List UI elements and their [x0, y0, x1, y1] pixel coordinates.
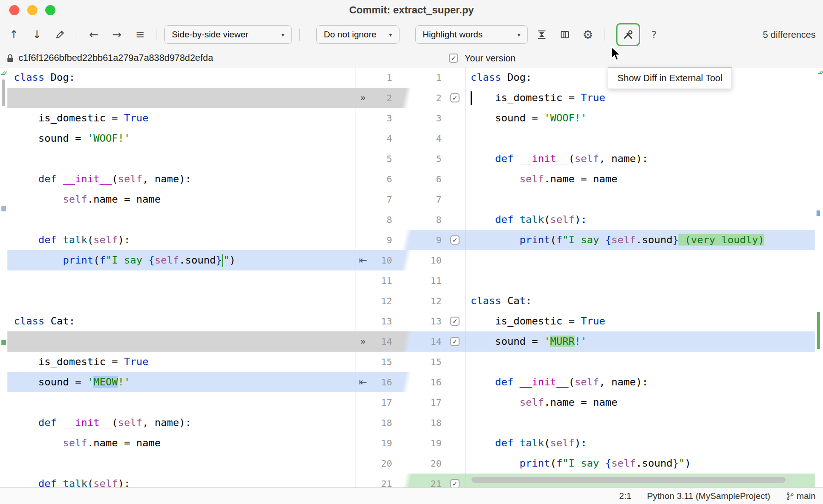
gutter-row: 1515 [356, 352, 466, 372]
chunk-include-checkbox[interactable]: ✓ [450, 235, 460, 245]
your-version-checkbox[interactable]: ✓ [449, 54, 458, 63]
mouse-cursor [609, 46, 623, 65]
code-line[interactable]: self.name = name [7, 433, 356, 453]
code-line[interactable]: def talk(self): [7, 230, 356, 250]
edit-source-button[interactable] [51, 25, 69, 44]
horizontal-scrollbar-thumb[interactable] [472, 477, 786, 483]
gutter-row: 1111 [356, 270, 466, 291]
code-line[interactable]: def __init__(self, name): [7, 413, 356, 433]
line-number-right: 10 [418, 250, 444, 270]
code-line[interactable]: class Cat: [466, 291, 815, 311]
code-line[interactable] [7, 291, 356, 311]
code-line[interactable] [466, 189, 815, 210]
code-line[interactable] [7, 210, 356, 230]
code-line[interactable]: def talk(self): [7, 474, 356, 487]
line-number-right: 4 [418, 128, 444, 149]
code-line[interactable]: self.name = name [7, 189, 356, 210]
code-line[interactable] [7, 392, 356, 413]
revert-chunk-icon[interactable]: ⇤ [356, 250, 370, 270]
previous-difference-button[interactable]: ↑ [5, 25, 23, 44]
code-line[interactable]: sound = 'MURR!' [466, 331, 815, 352]
forward-button[interactable]: → [108, 25, 126, 44]
code-line[interactable]: print(f"I say {self.sound} (very loudly) [466, 230, 815, 250]
code-line[interactable] [7, 270, 356, 291]
code-line[interactable]: is_domestic = True [466, 88, 815, 108]
left-pane-code: class Dog: is_domestic = True sound = 'W… [7, 67, 356, 487]
code-line[interactable]: class Cat: [7, 311, 356, 331]
code-line[interactable] [7, 453, 356, 474]
left-pane: class Dog: is_domestic = True sound = 'W… [7, 67, 356, 487]
chunk-include-checkbox[interactable]: ✓ [450, 479, 460, 487]
right-pane: class Dog: is_domestic = True sound = 'W… [466, 67, 815, 487]
gutter-icon-slot [356, 270, 370, 291]
next-difference-button[interactable]: ↓ [28, 25, 46, 44]
gutter-row: 88 [356, 210, 466, 230]
show-diff-in-external-tool-button[interactable] [616, 23, 640, 46]
code-line[interactable]: def talk(self): [466, 433, 815, 453]
code-line[interactable]: is_domestic = True [7, 108, 356, 128]
changes-list-button[interactable]: ≡ [131, 25, 149, 44]
gutter-icon-slot [356, 291, 370, 311]
code-line[interactable] [466, 352, 815, 372]
line-number-right: 11 [418, 270, 444, 291]
code-line[interactable]: sound = 'WOOF!' [466, 108, 815, 128]
code-line[interactable]: self.name = name [466, 392, 815, 413]
code-line[interactable]: class Dog: [7, 67, 356, 88]
gutter-row: 2020 [356, 453, 466, 474]
line-number-left: 1 [370, 67, 395, 88]
chunk-checkbox-cell [444, 352, 466, 372]
code-line[interactable]: self.name = name [466, 169, 815, 189]
revert-chunk-icon[interactable]: ⇤ [356, 372, 370, 392]
code-line[interactable]: def __init__(self, name): [466, 149, 815, 169]
line-number-left: 9 [370, 230, 395, 250]
code-line[interactable] [466, 413, 815, 433]
line-number-left: 2 [370, 88, 395, 108]
chunk-include-checkbox[interactable]: ✓ [450, 317, 460, 326]
back-button[interactable]: ← [85, 25, 103, 44]
code-line[interactable]: is_domestic = True [466, 311, 815, 331]
left-vertical-scrollbar-thumb[interactable] [2, 79, 5, 106]
code-line[interactable]: print(f"I say {self.sound}") [466, 453, 815, 474]
chunk-include-checkbox[interactable]: ✓ [450, 337, 460, 346]
code-line[interactable]: def talk(self): [466, 210, 815, 230]
chunk-checkbox-cell [444, 270, 466, 291]
line-number-right: 3 [418, 108, 444, 128]
whitespace-policy-dropdown[interactable]: Do not ignore ▾ [316, 25, 399, 44]
code-line[interactable] [466, 270, 815, 291]
code-line[interactable]: def __init__(self, name): [466, 372, 815, 392]
collapse-unchanged-button[interactable] [533, 25, 551, 44]
check-icon: ✓ [451, 54, 456, 62]
chunk-checkbox-cell [444, 453, 466, 474]
change-marker[interactable] [1, 206, 6, 211]
code-line[interactable] [466, 250, 815, 270]
code-line[interactable]: print(f"I say {self.sound}") [7, 250, 356, 270]
change-marker[interactable] [817, 312, 820, 349]
line-number-right: 16 [418, 372, 444, 392]
diff-settings-button[interactable]: ⚙ [579, 25, 597, 44]
expand-collapsed-chunk-icon[interactable]: » [356, 88, 370, 108]
expand-collapsed-chunk-icon[interactable]: » [356, 331, 370, 352]
code-line[interactable] [7, 331, 356, 352]
caret-position-widget[interactable]: 2:1 [619, 491, 631, 501]
code-line[interactable] [7, 88, 356, 108]
help-button[interactable]: ? [645, 25, 663, 44]
code-line[interactable]: def __init__(self, name): [7, 169, 356, 189]
change-marker[interactable] [1, 340, 6, 345]
sync-scrolling-button[interactable] [556, 25, 574, 44]
code-line[interactable] [466, 128, 815, 149]
interpreter-widget[interactable]: Python 3.11 (MySampleProject) [647, 491, 770, 501]
chunk-checkbox-cell [444, 128, 466, 149]
code-line[interactable]: sound = 'WOOF!' [7, 128, 356, 149]
chunk-checkbox-cell [444, 108, 466, 128]
chunk-include-checkbox[interactable]: ✓ [450, 93, 460, 102]
collapse-lines-icon [536, 29, 547, 40]
highlight-mode-dropdown[interactable]: Highlight words ▾ [415, 25, 528, 44]
code-line[interactable] [7, 149, 356, 169]
code-line[interactable]: is_domestic = True [7, 352, 356, 372]
code-line[interactable]: sound = 'MEOW!' [7, 372, 356, 392]
viewer-mode-dropdown[interactable]: Side-by-side viewer ▾ [164, 25, 292, 44]
git-branch-widget[interactable]: main [786, 491, 816, 501]
chunk-checkbox-cell: ✓ [444, 331, 466, 352]
status-bar: 2:1 Python 3.11 (MySampleProject) main [0, 487, 823, 504]
change-marker[interactable] [817, 210, 820, 216]
